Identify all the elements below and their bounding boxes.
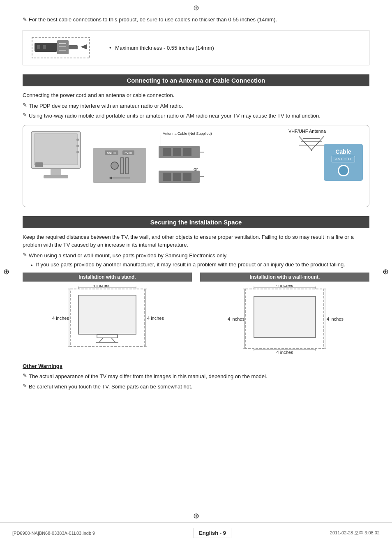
other-warning-note2-text: Be careful when you touch the TV. Some p… (29, 383, 192, 391)
svg-point-14 (76, 139, 79, 141)
svg-text:4 inches: 4 inches (327, 317, 344, 321)
svg-text:4 inches: 4 inches (277, 285, 293, 288)
antenna-diagram: ANT IN PC IN VHF/UHF Antenna (23, 125, 369, 207)
vhf-antenna-symbol (295, 134, 328, 151)
footer-file-info: [PD6900-NA]BN68-03383A-01L03.indb 9 (12, 531, 95, 536)
svg-rect-13 (44, 175, 68, 178)
left-reg-mark: ⊕ (3, 267, 9, 276)
ant-out-circle (338, 165, 349, 176)
ant-out-label: ANT OUT (332, 156, 355, 162)
cable-diagram-bullet: • Maximum thickness - 0.55 inches (14mm) (109, 45, 214, 51)
cable-box: Cable ANT OUT (324, 144, 363, 181)
wall-diagram: Installation with a wall-mount. 4 inches (200, 273, 369, 355)
cable-label: Cable (335, 148, 351, 155)
page-number: English - 9 (194, 528, 231, 538)
svg-text:4 inches: 4 inches (228, 317, 244, 321)
antenna-note1-text: The PDP device may interfere with an ama… (29, 102, 183, 110)
install-section-header: Securing the Installation Space (23, 216, 369, 228)
cable-diagram-box: • Maximum thickness - 0.55 inches (14mm) (23, 30, 369, 65)
install-section: Securing the Installation Space Keep the… (23, 216, 369, 355)
install-bullet1: • If you use parts provided by another m… (31, 261, 369, 268)
svg-text:4 inches: 4 inches (93, 285, 110, 288)
wall-diagram-header: Installation with a wall-mount. (200, 273, 369, 282)
svg-text:4 inches: 4 inches (147, 316, 164, 321)
svg-point-15 (76, 145, 79, 147)
stand-diagram-svg: 4 inches 4 inches 4 inches (23, 285, 192, 355)
stand-diagram: Installation with a stand. (23, 273, 192, 355)
install-note1-icon: ✎ (23, 252, 27, 258)
svg-text:4 inches: 4 inches (277, 350, 293, 355)
or-text: or (194, 166, 198, 172)
svg-rect-12 (51, 169, 61, 175)
svg-rect-34 (183, 173, 191, 181)
svg-rect-39 (97, 335, 118, 338)
cable-bullet-text: Maximum thickness - 0.55 inches (14mm) (115, 45, 214, 51)
svg-rect-7 (37, 45, 40, 49)
install-diagrams: Installation with a stand. (23, 273, 369, 355)
svg-rect-33 (173, 173, 181, 181)
svg-marker-9 (81, 44, 87, 49)
ant-in-label: ANT IN (105, 150, 118, 155)
svg-rect-11 (34, 134, 78, 165)
svg-rect-29 (173, 148, 181, 156)
wall-diagram-body: 4 inches 4 inches 4 inches (200, 285, 369, 355)
antenna-section-header: Connecting to an Antenna or Cable Connec… (23, 74, 369, 86)
wall-diagram-svg: 4 inches 4 inches 4 inches (200, 285, 369, 355)
svg-line-41 (111, 338, 115, 342)
antenna-note2-text: Using two-way radio mobile and portable … (29, 112, 321, 120)
svg-point-16 (76, 151, 79, 153)
install-note1: ✎ When using a stand or wall-mount, use … (23, 252, 369, 260)
svg-line-40 (99, 338, 103, 342)
page-footer: [PD6900-NA]BN68-03383A-01L03.indb 9 Engl… (0, 522, 392, 543)
stand-diagram-body: 4 inches 4 inches 4 inches (23, 285, 192, 355)
svg-marker-19 (109, 176, 112, 180)
pc-in-label: PC IN (122, 150, 134, 155)
stand-diagram-header: Installation with a stand. (23, 273, 192, 282)
svg-rect-30 (183, 148, 191, 156)
install-intro-text: Keep the required distances between the … (23, 233, 369, 249)
bottom-reg-mark: ⊕ (193, 511, 199, 520)
cable-note: ✎ For the best cable connections to this… (23, 16, 369, 23)
cable-bullet-dot: • (109, 45, 111, 51)
other-warning-note2-icon: ✎ (23, 383, 27, 389)
svg-rect-38 (78, 295, 136, 334)
bullet-dot: • (31, 262, 33, 268)
svg-rect-32 (163, 173, 171, 181)
svg-rect-17 (35, 162, 43, 167)
top-reg-mark: ⊕ (193, 3, 199, 12)
install-note1-text: When using a stand or wall-mount, use pa… (29, 252, 228, 260)
svg-rect-8 (43, 45, 46, 49)
cable-note-text: For the best cable connections to this p… (29, 16, 277, 23)
note-icon-cable: ✎ (23, 16, 27, 23)
other-warning-note1: ✎ The actual appearance of the TV may di… (23, 372, 369, 381)
other-warnings-heading: Other Warnings (23, 363, 369, 369)
svg-rect-6 (69, 45, 78, 49)
svg-text:4 inches: 4 inches (52, 316, 69, 321)
footer-date-info: 2011-02-28 오후 3:08:02 (330, 530, 380, 536)
svg-rect-28 (163, 148, 171, 156)
antenna-section: Connecting to an Antenna or Cable Connec… (23, 74, 369, 207)
install-bullet1-text: If you use parts provided by another man… (36, 261, 345, 268)
other-warnings-section: Other Warnings ✎ The actual appearance o… (23, 363, 369, 390)
antenna-note2-icon: ✎ (23, 112, 27, 118)
antenna-intro-text: Connecting the power cord and an antenna… (23, 91, 369, 99)
cable-diagram-image (31, 35, 97, 60)
right-reg-mark: ⊕ (383, 267, 389, 276)
other-warning-note1-icon: ✎ (23, 372, 27, 379)
antenna-note1: ✎ The PDP device may interfere with an a… (23, 102, 369, 110)
other-warning-note1-text: The actual appearance of the TV may diff… (29, 372, 267, 381)
tv-illustration (29, 129, 83, 195)
antenna-note2: ✎ Using two-way radio mobile and portabl… (23, 112, 369, 120)
svg-rect-56 (254, 296, 316, 337)
vhf-label: VHF/UHF Antenna (288, 129, 326, 134)
other-warning-note2: ✎ Be careful when you touch the TV. Some… (23, 383, 369, 391)
antenna-note1-icon: ✎ (23, 102, 27, 108)
